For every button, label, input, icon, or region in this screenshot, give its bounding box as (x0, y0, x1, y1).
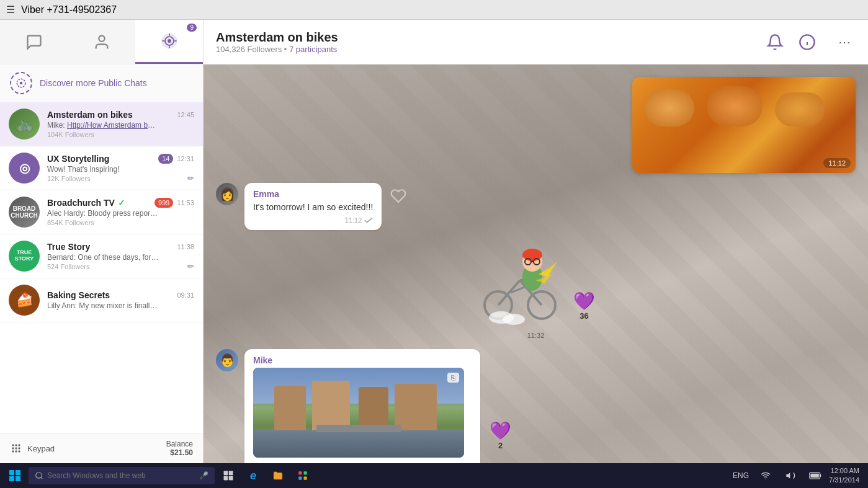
svg-marker-52 (786, 472, 790, 478)
time-emma: 11:12 (253, 216, 373, 224)
titlebar: ☰ Viber +731-49502367 (0, 0, 868, 20)
chat-item-broadchurch[interactable]: BROADCHURCH Broadchurch TV ✓ 999 11:53 A… (0, 190, 203, 234)
svg-rect-47 (298, 471, 302, 474)
chat-preview-truestory: Bernard: One of these days, for sure 😜 (47, 253, 159, 262)
text-emma: It's tomorrow! I am so excited!!! (253, 202, 373, 214)
battery-icon[interactable] (805, 466, 825, 486)
bubble-mike: Mike (244, 349, 480, 463)
search-icon (35, 471, 43, 480)
app-title: Viber +731-49502367 (21, 4, 117, 16)
sticker-time: 11:32 (527, 332, 545, 339)
avatar-baking: 🍰 (9, 285, 40, 316)
svg-point-0 (99, 35, 104, 41)
store-icon[interactable] (293, 466, 313, 486)
chat-preview-amsterdam: Mike: Http://How Amsterdam became the bi… (47, 121, 159, 130)
svg-rect-54 (811, 474, 819, 478)
svg-point-11 (15, 444, 17, 446)
svg-point-16 (12, 450, 14, 452)
chat-time-baking: 09:31 (177, 291, 194, 299)
svg-rect-45 (224, 476, 228, 481)
svg-point-51 (765, 479, 766, 479)
sidebar-tabs: 9 (0, 20, 203, 64)
badge-broadchurch: 999 (154, 198, 173, 208)
chat-name-amsterdam: Amsterdam on bikes (47, 110, 133, 120)
chat-time-ux: 12:31 (177, 155, 194, 162)
svg-point-12 (18, 444, 20, 446)
chat-preview-broadchurch: Alec Hardy: Bloody press reporters. Elli… (47, 209, 159, 218)
file-explorer-icon[interactable] (268, 466, 288, 486)
like-button-emma[interactable] (390, 188, 406, 206)
tab-chats[interactable] (0, 20, 68, 64)
more-options-icon[interactable]: ⋯ (833, 31, 856, 53)
svg-point-36 (503, 314, 525, 325)
bubble-emma: Emma It's tomorrow! I am so excited!!! 1… (244, 183, 382, 230)
messages-container: 11:12 👩 Emma It's tomorrow! I am so exci… (204, 64, 868, 463)
like-button-mike[interactable]: 💜 2 (490, 420, 511, 450)
avatar-ux: ◎ (9, 153, 40, 184)
network-icon[interactable] (756, 466, 776, 486)
svg-rect-39 (9, 476, 14, 481)
msg-food-image: 11:12 (216, 77, 856, 173)
avatar-emma: 👩 (216, 183, 238, 205)
svg-rect-31 (522, 254, 542, 257)
svg-rect-48 (304, 471, 307, 474)
chat-name-baking: Baking Secrets (47, 290, 110, 300)
sticker-image (477, 240, 563, 327)
msg-sticker: 💜 36 11:32 (216, 240, 856, 339)
chat-followers-truestory: 524 Followers (47, 263, 89, 270)
search-input[interactable] (47, 471, 184, 480)
volume-icon[interactable] (781, 466, 800, 486)
task-view-icon[interactable] (218, 466, 238, 486)
chat-time-broadchurch: 11:53 (177, 199, 194, 206)
taskbar: 🎤 e ENG 12:00 AM 7/31/2014 (0, 463, 868, 488)
svg-rect-49 (298, 477, 302, 480)
chat-followers-broadchurch: 854K Followers (47, 219, 194, 226)
hamburger-menu[interactable]: ☰ (6, 4, 15, 16)
svg-line-42 (41, 477, 43, 479)
chat-time-amsterdam: 12:45 (177, 111, 194, 118)
chat-item-truestory[interactable]: TRUESTORY True Story 11:38 Bernard: One … (0, 234, 203, 278)
chat-followers-ux: 12K Followers (47, 175, 91, 182)
sender-emma: Emma (253, 189, 373, 199)
discover-banner[interactable]: Discover more Public Chats (0, 64, 203, 102)
chat-name-broadchurch: Broadchurch TV ✓ (47, 198, 125, 208)
tab-public[interactable]: 9 (135, 20, 203, 64)
keypad-button[interactable]: Keypad (10, 442, 55, 455)
language-icon[interactable]: ENG (731, 466, 751, 486)
chat-item-ux[interactable]: ◎ UX Storytelling 14 12:31 Wow! That's i… (0, 146, 203, 190)
avatar-broadchurch: BROADCHURCH (9, 197, 40, 228)
participants-link[interactable]: 7 participants (289, 45, 337, 54)
search-bar[interactable]: 🎤 (29, 467, 215, 484)
draft-icon-ux: ✏ (187, 174, 194, 183)
chat-list: 🚲 Amsterdam on bikes 12:45 Mike: Http://… (0, 102, 203, 433)
svg-rect-44 (229, 471, 233, 476)
mic-icon[interactable]: 🎤 (199, 471, 208, 480)
discover-icon (10, 72, 32, 94)
chat-item-amsterdam[interactable]: 🚲 Amsterdam on bikes 12:45 Mike: Http://… (0, 102, 203, 146)
sidebar: 9 Discover more Public Chats 🚲 Amsterdam… (0, 20, 204, 463)
chat-title: Amsterdam on bikes (216, 30, 764, 45)
chat-name-ux: UX Storytelling (47, 154, 109, 164)
svg-point-18 (18, 450, 20, 452)
public-badge: 9 (187, 24, 197, 32)
svg-rect-43 (224, 471, 228, 476)
start-button[interactable] (4, 464, 26, 487)
msg-mike: 👨 Mike (216, 349, 856, 463)
tab-contacts[interactable] (68, 20, 135, 64)
chat-name-truestory: True Story (47, 242, 90, 252)
edge-icon[interactable]: e (243, 466, 263, 486)
svg-point-41 (36, 472, 42, 478)
info-icon[interactable] (796, 31, 818, 53)
draft-icon-truestory: ✏ (187, 262, 194, 271)
chat-preview-ux: Wow! That's inspiring! (47, 165, 159, 174)
notification-icon[interactable] (764, 31, 786, 53)
svg-point-17 (15, 450, 17, 452)
chat-item-baking[interactable]: 🍰 Baking Secrets 09:31 Lilly Ann: My new… (0, 278, 203, 322)
chat-area: Amsterdam on bikes 104,326 Followers • 7… (204, 20, 868, 463)
svg-point-10 (12, 444, 14, 446)
svg-rect-40 (16, 476, 20, 481)
chat-followers-amsterdam: 104K Followers (47, 131, 194, 138)
sticker-reaction[interactable]: 💜 36 (573, 291, 595, 321)
svg-rect-38 (16, 470, 20, 475)
svg-rect-55 (820, 474, 821, 477)
